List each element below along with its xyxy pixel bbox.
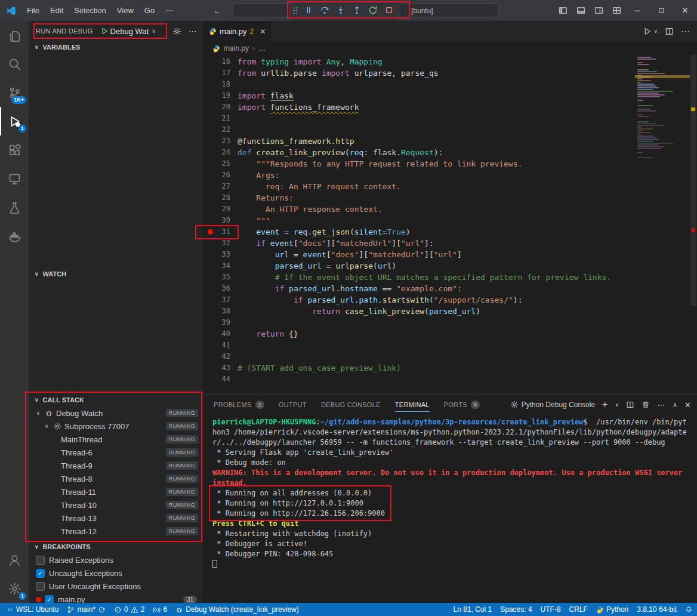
code-line-28[interactable]: 28 Returns: [203, 192, 635, 204]
minimap[interactable] [635, 55, 690, 394]
toggle-secondary-sidebar[interactable] [590, 0, 607, 21]
code-line-26[interactable]: 26 Args: [203, 170, 635, 181]
python-debug-console[interactable]: Python Debug Console [510, 401, 595, 409]
gutter[interactable]: 37 [203, 294, 238, 306]
code-line-35[interactable]: 35 # If the event object URL matches a s… [203, 272, 635, 283]
code-line-31[interactable]: 31 event = req.get_json(silent=True) [203, 226, 635, 238]
code-line-40[interactable]: 40 return {} [203, 328, 635, 340]
forwarded-ports[interactable]: 6 [149, 603, 171, 616]
split-editor[interactable] [665, 27, 674, 36]
remote-indicator[interactable]: WSL: Ubuntu [0, 603, 63, 616]
code-line-36[interactable]: 36 if parsed_url.hostname == "example.co… [203, 283, 635, 294]
activity-remote-explorer[interactable] [0, 164, 29, 193]
menu-go[interactable]: Go [139, 0, 160, 21]
gutter[interactable]: 30 [203, 215, 238, 226]
scrollbar-thumb[interactable] [690, 55, 696, 306]
step-into-button[interactable] [332, 3, 348, 17]
gutter[interactable]: 19 [203, 90, 238, 101]
gutter[interactable]: 23 [203, 135, 238, 147]
gutter[interactable]: 41 [203, 340, 238, 351]
section-header-watch[interactable]: ∨ WATCH [29, 267, 203, 281]
code-line-29[interactable]: 29 An HTTP response context. [203, 204, 635, 215]
callstack-item-thread-8[interactable]: Thread-8RUNNING [29, 472, 203, 485]
run-options[interactable]: ∨ [653, 29, 658, 34]
menu-edit[interactable]: Edit [45, 0, 69, 21]
breadcrumb-item[interactable]: … [258, 44, 266, 53]
tab-main-py[interactable]: main.py 2 ✕ [203, 21, 272, 42]
terminal-picker[interactable]: ∨ [615, 402, 619, 408]
breakpoint-dot[interactable] [208, 229, 213, 235]
code-line-16[interactable]: 16from typing import Any, Mapping [203, 56, 635, 67]
python-interpreter[interactable]: 3.8.10 64-bit [633, 603, 681, 616]
close-panel-button[interactable]: ✕ [684, 401, 691, 409]
callstack-item-debug-watch[interactable]: ∨Debug WatchRUNNING [29, 406, 203, 420]
code-line-38[interactable]: 38 return case_link_preview(parsed_url) [203, 306, 635, 317]
code-line-18[interactable]: 18 [203, 79, 635, 90]
debug-session-status[interactable]: Debug Watch (create_link_preview) [171, 603, 303, 616]
menu-selection[interactable]: Selection [69, 0, 111, 21]
code-line-33[interactable]: 33 url = event["docs"]["matchedUrl"]["ur… [203, 249, 635, 260]
callstack-item-thread-9[interactable]: Thread-9RUNNING [29, 459, 203, 472]
code-line-37[interactable]: 37 if parsed_url.path.startswith("/suppo… [203, 294, 635, 306]
gutter[interactable]: 43 [203, 362, 238, 374]
branch-status[interactable]: main* [63, 603, 110, 616]
gutter[interactable]: 32 [203, 238, 238, 249]
restart-button[interactable] [365, 3, 381, 17]
panel-tab-output[interactable]: OUTPUT [279, 395, 307, 415]
more-editor-actions[interactable]: ⋯ [681, 27, 690, 36]
gutter[interactable]: 44 [203, 374, 238, 385]
code-line-25[interactable]: 25 """Responds to any HTTP request relat… [203, 158, 635, 170]
code-line-19[interactable]: 19import flask [203, 90, 635, 101]
callstack-item-thread-11[interactable]: Thread-11RUNNING [29, 485, 203, 498]
gutter[interactable]: 21 [203, 113, 238, 124]
gutter[interactable]: 25 [203, 158, 238, 170]
toggle-panel[interactable] [572, 0, 590, 21]
gutter[interactable]: 35 [203, 272, 238, 283]
minimize-button[interactable]: ─ [625, 0, 649, 21]
maximize-panel-button[interactable]: ∧ [673, 402, 677, 408]
activity-docker[interactable] [0, 221, 29, 250]
language-mode[interactable]: Python [592, 603, 633, 616]
code-line-32[interactable]: 32 if event["docs"]["matchedUrl"]["url"]… [203, 238, 635, 249]
more-actions-icon[interactable]: ⋯ [189, 26, 197, 36]
checkbox[interactable]: ✓ [36, 569, 45, 578]
activity-extensions[interactable] [0, 135, 29, 164]
activity-settings[interactable]: 1 [0, 574, 29, 603]
callstack-item-thread-12[interactable]: Thread-12RUNNING [29, 525, 203, 538]
eol-sequence[interactable]: CRLF [565, 603, 592, 616]
run-python-file[interactable] [643, 27, 652, 36]
code-line-24[interactable]: 24def create_link_preview(req: flask.Req… [203, 147, 635, 158]
drag-handle-icon[interactable] [292, 6, 298, 14]
gear-icon[interactable] [172, 27, 181, 36]
activity-search[interactable] [0, 50, 29, 78]
close-tab-icon[interactable]: ✕ [260, 27, 266, 36]
pause-button[interactable] [300, 3, 316, 17]
gutter[interactable]: 28 [203, 192, 238, 204]
code-line-34[interactable]: 34 parsed_url = urlparse(url) [203, 260, 635, 272]
breadcrumb-item[interactable]: main.py [224, 44, 249, 53]
gutter[interactable]: 22 [203, 124, 238, 135]
activity-run-and-debug[interactable]: 1 [0, 107, 29, 135]
gutter[interactable]: 29 [203, 204, 238, 215]
activity-accounts[interactable] [0, 546, 29, 574]
problems-status[interactable]: 02 [110, 603, 149, 616]
gutter[interactable]: 27 [203, 181, 238, 192]
callstack-item-subprocess-77007[interactable]: ∨Subprocess 77007RUNNING [29, 420, 203, 433]
panel-tab-debug-console[interactable]: DEBUG CONSOLE [321, 395, 381, 415]
code-line-20[interactable]: 20import functions_framework [203, 101, 635, 113]
checkbox[interactable] [36, 582, 45, 591]
kill-terminal-button[interactable] [642, 401, 650, 409]
callstack-item-mainthread[interactable]: MainThreadRUNNING [29, 433, 203, 446]
panel-tab-ports[interactable]: PORTS6 [444, 395, 480, 415]
code-line-43[interactable]: 43# [START add_ons_case_preview_link] [203, 362, 635, 374]
back-button[interactable]: ← [207, 6, 227, 16]
callstack-item-thread-13[interactable]: Thread-13RUNNING [29, 512, 203, 525]
maximize-button[interactable] [649, 0, 673, 21]
gutter[interactable]: 16 [203, 56, 238, 67]
activity-explorer[interactable] [0, 21, 29, 50]
callstack-item-thread-10[interactable]: Thread-10RUNNING [29, 498, 203, 512]
breakpoint-item-raised-exceptions[interactable]: Raised Exceptions [29, 553, 203, 566]
activity-testing[interactable] [0, 193, 29, 221]
gutter[interactable]: 40 [203, 328, 238, 340]
gutter[interactable]: 31 [203, 226, 238, 238]
